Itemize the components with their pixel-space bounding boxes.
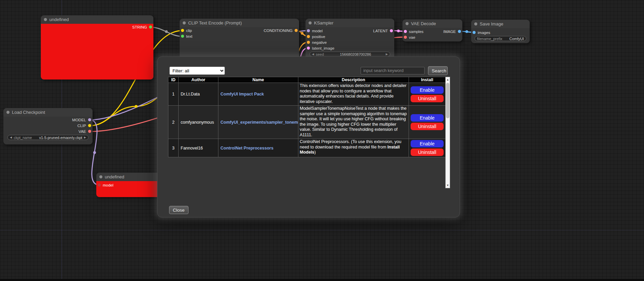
widget-value: ComfyUI <box>509 37 524 41</box>
input-dot[interactable] <box>404 30 407 33</box>
output-slot-model[interactable]: MODEL <box>72 118 93 122</box>
collapse-dot-icon[interactable] <box>99 175 102 178</box>
enable-button[interactable]: Enable <box>411 86 444 94</box>
input-dot[interactable] <box>181 35 184 38</box>
output-label: CLIP <box>77 124 86 128</box>
table-scrollbar[interactable]: ▲ ▼ <box>445 77 450 188</box>
input-dot[interactable] <box>473 31 476 34</box>
arrow-right-icon[interactable]: ▶ <box>84 136 86 139</box>
filter-select[interactable]: Filter: all <box>169 67 225 75</box>
uninstall-button[interactable]: Uninstall <box>411 148 444 156</box>
node-title: Load Checkpoint <box>12 110 45 115</box>
node-save-image[interactable]: Save Image images filename_prefix ComfyU… <box>471 20 530 43</box>
input-label: model <box>103 183 113 187</box>
arrow-left-icon[interactable]: ◀ <box>10 136 12 139</box>
node-undefined-top[interactable]: undefined STRING <box>41 15 153 80</box>
output-dot[interactable] <box>390 29 393 32</box>
output-dot[interactable] <box>295 29 298 32</box>
scrollbar-thumb[interactable] <box>446 83 449 118</box>
collapse-dot-icon[interactable] <box>474 22 477 25</box>
scroll-up-icon[interactable]: ▲ <box>446 77 450 82</box>
collapse-dot-icon[interactable] <box>406 22 409 25</box>
install-cell: EnableUninstall <box>409 106 446 139</box>
input-label: images <box>478 31 490 35</box>
enable-button[interactable]: Enable <box>411 140 444 147</box>
collapse-dot-icon[interactable] <box>6 111 10 114</box>
input-dot[interactable] <box>307 41 310 44</box>
close-button[interactable]: Close <box>169 206 188 214</box>
input-dot[interactable] <box>307 47 310 50</box>
input-dot[interactable] <box>307 29 310 32</box>
input-label: text <box>186 34 193 38</box>
extension-link[interactable]: ControlNet Preprocessors <box>220 146 274 151</box>
link-dot <box>465 30 468 33</box>
node-title-bar[interactable]: undefined <box>41 15 153 24</box>
slot-row: samples IMAGE <box>402 29 462 34</box>
input-dot[interactable] <box>307 35 310 38</box>
header-name: Name <box>218 77 298 83</box>
extension-link[interactable]: ComfyUI Impact Pack <box>220 92 264 96</box>
node-title-bar[interactable]: CLIP Text Encode (Prompt) <box>180 19 299 27</box>
widget-name: ckpt_name <box>14 136 32 140</box>
input-slot-samples[interactable]: samples <box>402 30 424 34</box>
input-dot[interactable] <box>181 29 184 32</box>
slot-row: model LATENT <box>306 28 394 34</box>
output-dot[interactable] <box>88 118 91 121</box>
filename-prefix-widget[interactable]: filename_prefix ComfyUI <box>475 36 526 41</box>
output-slot-string[interactable]: STRING <box>132 25 153 29</box>
extension-id: 3 <box>168 139 179 157</box>
node-title: VAE Decode <box>411 21 436 26</box>
input-slot-model[interactable]: model <box>96 183 113 187</box>
enable-button[interactable]: Enable <box>411 114 444 122</box>
slot-row: vae <box>402 34 462 40</box>
uninstall-button[interactable]: Uninstall <box>411 95 444 102</box>
node-vae-decode[interactable]: VAE Decode samples IMAGE vae <box>402 19 462 41</box>
input-slot-model[interactable]: model <box>306 29 323 33</box>
input-slot-text[interactable]: text <box>180 34 193 38</box>
input-dot[interactable] <box>404 36 407 39</box>
link-dot <box>135 105 137 108</box>
ckpt-name-widget[interactable]: ◀ ckpt_name v1-5-pruned-emaonly.ckpt ▶ <box>7 135 88 140</box>
output-label: MODEL <box>72 118 86 122</box>
search-input[interactable] <box>361 67 425 74</box>
output-slot-latent[interactable]: LATENT <box>373 29 394 33</box>
output-dot[interactable] <box>88 124 91 127</box>
search-button[interactable]: Search <box>428 66 448 75</box>
input-dot[interactable] <box>98 183 101 187</box>
node-title-bar[interactable]: VAE Decode <box>402 19 462 28</box>
arrow-right-icon[interactable]: ▶ <box>386 53 388 56</box>
collapse-dot-icon[interactable] <box>183 21 186 24</box>
arrow-left-icon[interactable]: ◀ <box>312 53 314 56</box>
output-dot[interactable] <box>149 25 152 29</box>
collapse-dot-icon[interactable] <box>309 21 312 24</box>
uninstall-button[interactable]: Uninstall <box>411 123 444 130</box>
node-load-checkpoint[interactable]: Load Checkpoint MODEL CLIP VAE ◀ ckpt_na… <box>3 108 93 144</box>
slot-row: latent_image <box>306 45 394 51</box>
extension-link[interactable]: ComfyUI_experiments/sampler_tonemap <box>220 120 298 125</box>
extension-author: Fannovel16 <box>179 139 218 157</box>
link-dot <box>301 32 303 35</box>
output-slot-conditioning[interactable]: CONDITIONING <box>264 29 299 33</box>
seed-widget[interactable]: ◀ seed 156680208700286 ▶ <box>310 52 390 57</box>
output-slot-image[interactable]: IMAGE <box>443 30 462 34</box>
input-slot-clip[interactable]: clip <box>180 29 192 33</box>
input-slot-latent-image[interactable]: latent_image <box>306 46 334 50</box>
output-label: STRING <box>132 25 147 29</box>
output-dot[interactable] <box>458 30 461 33</box>
output-slot-vae[interactable]: VAE <box>79 129 93 134</box>
header-install: Install <box>409 77 446 83</box>
input-slot-negative[interactable]: negative <box>306 40 327 45</box>
node-title-bar[interactable]: Save Image <box>471 20 530 28</box>
node-title-bar[interactable]: Load Checkpoint <box>3 108 93 117</box>
input-slot-positive[interactable]: positive <box>306 35 325 39</box>
input-slot-vae[interactable]: vae <box>402 35 415 39</box>
link-dot <box>397 30 400 32</box>
link-dot <box>165 30 168 33</box>
scroll-down-icon[interactable]: ▼ <box>446 183 450 188</box>
node-title-bar[interactable]: KSampler <box>306 19 394 27</box>
input-slot-images[interactable]: images <box>471 31 490 35</box>
output-dot[interactable] <box>88 130 91 133</box>
collapse-dot-icon[interactable] <box>44 18 47 21</box>
output-slot-clip[interactable]: CLIP <box>77 124 93 128</box>
extension-table: ID Author Name Description Install 1Dr.L… <box>168 77 446 157</box>
